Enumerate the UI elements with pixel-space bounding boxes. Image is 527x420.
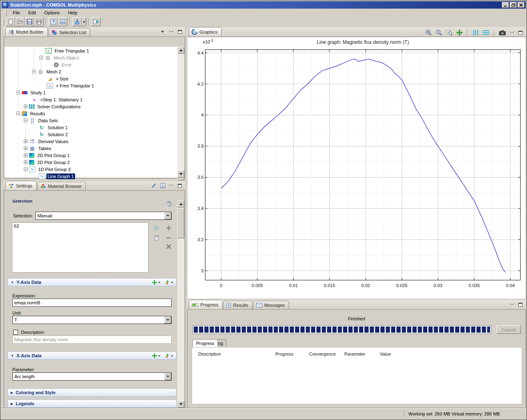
print-button[interactable] (34, 17, 44, 26)
tree-item-2d-plot-group-1[interactable]: +2D Plot Group 1 (24, 152, 71, 159)
tree-item-solution-2[interactable]: ↻Solution 2 (39, 131, 69, 138)
tab-progress[interactable]: Progress (189, 300, 222, 309)
section-legends[interactable]: ▶Legends (7, 399, 176, 408)
x-grid-button[interactable] (471, 28, 480, 37)
help-button[interactable]: ? (48, 17, 58, 26)
collapse-box-icon[interactable]: − (24, 167, 27, 171)
zoom-extents-button[interactable] (455, 28, 464, 37)
scroll-up-icon[interactable] (177, 201, 184, 208)
zoom-in-button[interactable] (424, 28, 433, 37)
y-axis-data-section[interactable]: ▼ Y-Axis Data (7, 278, 176, 286)
collapse-box-icon[interactable]: − (24, 119, 27, 122)
collapse-box-icon[interactable]: − (16, 91, 20, 94)
panel-maximize-icon[interactable] (176, 182, 183, 189)
paste-selection-icon[interactable] (153, 234, 160, 242)
add-expression-icon[interactable] (152, 353, 160, 358)
selection-combobox[interactable]: Manual (35, 212, 172, 220)
collapse-box-icon[interactable]: − (16, 112, 20, 115)
tab-material-browser[interactable]: Material Browser (37, 182, 86, 190)
replace-expression-icon[interactable] (164, 353, 173, 358)
expression-input[interactable]: emqa.normB (12, 299, 172, 307)
panel-maximize-icon[interactable] (176, 28, 183, 35)
menu-file[interactable]: File (9, 9, 24, 16)
replace-expression-icon[interactable] (164, 280, 173, 285)
tree-item-error[interactable]: ×Error (54, 61, 73, 68)
expand-box-icon[interactable]: + (24, 139, 27, 143)
expand-box-icon[interactable]: + (24, 153, 27, 157)
scroll-down-icon[interactable] (177, 401, 184, 408)
expand-box-icon[interactable]: + (24, 105, 27, 108)
dropdown-arrow-icon[interactable] (164, 212, 171, 219)
scroll-thumb[interactable] (177, 208, 184, 238)
scroll-up-icon[interactable] (177, 47, 184, 54)
tree-item-step-1-stationary-1[interactable]: ∿>Step 1: Stationary 1 (31, 96, 84, 103)
clear-plot-dropdown-icon[interactable] (82, 17, 86, 26)
graphics-canvas[interactable]: 00.0050.010.0150.020.0250.030.0350.044.4… (188, 37, 525, 299)
paintbrush-icon[interactable] (150, 182, 158, 189)
selection-listbox[interactable]: 63 (12, 222, 149, 273)
tree-item-study-1[interactable]: −Study 1 (16, 89, 47, 96)
close-button[interactable] (518, 2, 525, 8)
settings-scrollbar[interactable] (177, 201, 184, 408)
parameter-combobox[interactable]: Arc length (12, 372, 172, 381)
save-button[interactable] (25, 17, 34, 26)
description-checkbox[interactable] (13, 330, 18, 335)
section-coloring-and-style[interactable]: ▶Coloring and Style (7, 388, 176, 397)
expand-box-icon[interactable]: + (24, 146, 27, 150)
tab-messages[interactable]: Messages (253, 301, 289, 309)
tab-model-builder[interactable]: Model Builder (5, 27, 48, 37)
tree-item-free-triangular-1[interactable]: ◬Free Triangular 1 (46, 47, 90, 54)
export-button[interactable] (91, 17, 101, 26)
scroll-down-icon[interactable] (177, 171, 184, 178)
add-to-selection-icon[interactable] (165, 224, 172, 232)
clear-selection-icon[interactable] (165, 243, 172, 250)
new-file-button[interactable] (6, 17, 15, 26)
panel-maximize-icon[interactable] (517, 29, 524, 36)
tree-scrollbar[interactable] (177, 47, 184, 178)
tab-selection-list[interactable]: Selection List (48, 28, 90, 37)
restore-button[interactable] (510, 2, 517, 8)
zoom-out-button[interactable] (434, 28, 443, 37)
tab-graphics[interactable]: Graphics (189, 27, 222, 37)
tab-settings[interactable]: Settings (5, 181, 37, 190)
menu-help[interactable]: Help (64, 9, 81, 16)
clear-plot-button[interactable] (72, 17, 82, 26)
tree-item-size[interactable]: ◢> Size (47, 75, 70, 82)
remove-from-selection-icon[interactable] (165, 234, 172, 242)
open-file-button[interactable] (15, 17, 25, 26)
panel-menu-chevron-icon[interactable] (159, 28, 166, 35)
panel-minimize-icon[interactable] (167, 28, 175, 35)
panel-maximize-icon[interactable] (517, 301, 524, 308)
y-grid-button[interactable] (481, 28, 490, 37)
help-doc-icon[interactable]: ? (159, 182, 166, 189)
tree-item-mesh-2[interactable]: −◍Mesh 2 (32, 68, 62, 75)
tab-results[interactable]: Results (223, 301, 252, 309)
dropdown-arrow-icon[interactable] (164, 373, 171, 380)
subtab-progress[interactable]: Progress (192, 339, 218, 347)
cancel-button[interactable]: Cancel (496, 325, 521, 334)
unit-combobox[interactable]: T (12, 316, 172, 324)
tree-item-tables[interactable]: +▦Tables (24, 145, 53, 152)
tree-item-solver-configurations[interactable]: +Solver Configurations (24, 103, 82, 110)
tree-item-1d-plot-group-3[interactable]: −∿1D Plot Group 3 (24, 166, 72, 173)
collapse-box-icon[interactable]: − (32, 70, 36, 73)
panel-minimize-icon[interactable] (508, 301, 516, 308)
zoom-box-button[interactable] (445, 28, 454, 37)
tree-item-solution-1[interactable]: ↻Solution 1 (39, 124, 69, 131)
tree-item-mesh-object[interactable]: −◍Mesh Object (39, 54, 80, 61)
tree-item-2d-plot-group-2[interactable]: +2D Plot Group 2 (24, 159, 71, 166)
tree-item-derived-values[interactable]: +8.85e-12Derived Values (24, 138, 70, 145)
panel-minimize-icon[interactable] (167, 182, 175, 189)
power-icon[interactable] (165, 200, 172, 207)
line-graph-chart[interactable]: 00.0050.010.0150.020.0250.030.0350.044.4… (188, 38, 525, 298)
menu-edit[interactable]: Edit (25, 9, 40, 16)
expand-box-icon[interactable]: + (24, 160, 27, 164)
tree-item-data-sets[interactable]: −⣿Data Sets (24, 117, 59, 124)
minimize-button[interactable] (502, 2, 509, 8)
x-axis-data-section[interactable]: ▼ X-Axis Data (7, 352, 176, 360)
tree-item-line-graph-1[interactable]: ∿Line Graph 1 (39, 173, 75, 180)
menu-options[interactable]: Options (41, 9, 64, 16)
tree-item-results[interactable]: −Results (16, 110, 46, 117)
add-expression-icon[interactable] (152, 280, 160, 285)
selection-list-item[interactable]: 63 (14, 224, 147, 228)
